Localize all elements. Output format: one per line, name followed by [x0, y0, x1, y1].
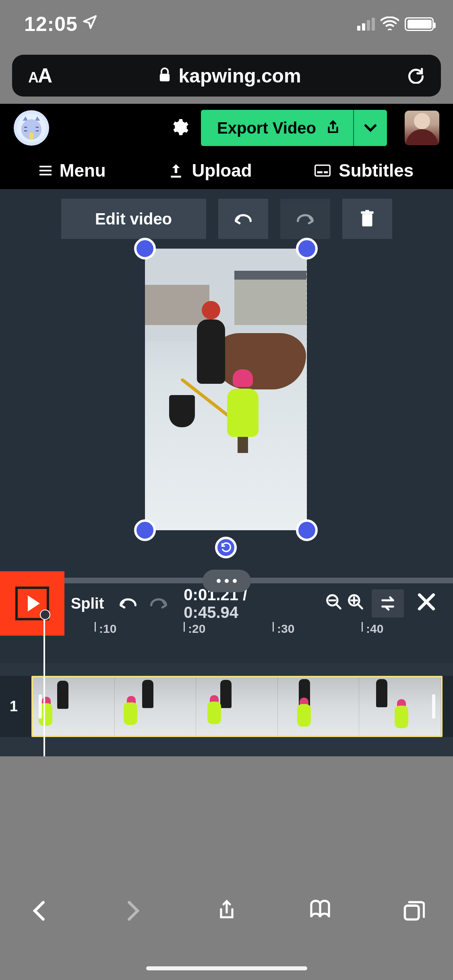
video-preview[interactable] [145, 249, 307, 530]
svg-rect-12 [405, 906, 418, 919]
share-up-icon [326, 120, 340, 136]
workspace-avatar[interactable] [14, 110, 49, 146]
timeline-ruler[interactable]: :10 :20 :30 :40 [64, 622, 453, 646]
url-text: kapwing.com [179, 65, 301, 87]
zoom-in-button[interactable] [347, 593, 364, 614]
video-clip[interactable] [31, 676, 443, 737]
playhead[interactable] [43, 616, 45, 756]
reload-button[interactable] [407, 66, 425, 85]
app-header: Export Video [0, 104, 453, 152]
address-bar[interactable]: AA kapwing.com [12, 55, 441, 97]
browser-toolbar [0, 879, 453, 980]
app-menubar: Menu Upload Subtitles [0, 152, 453, 189]
svg-rect-3 [29, 132, 34, 140]
wifi-icon [381, 16, 399, 32]
clip-trim-left[interactable] [39, 694, 42, 719]
forward-button[interactable] [122, 900, 144, 924]
fit-icon [379, 596, 397, 611]
status-time: 12:05 [24, 12, 78, 36]
zoom-out-button[interactable] [325, 593, 343, 614]
rotate-handle[interactable] [215, 537, 237, 558]
ruler-tick: :30 [273, 622, 294, 632]
close-timeline-button[interactable] [416, 591, 437, 616]
redo-button[interactable] [280, 199, 330, 239]
play-icon [28, 595, 40, 611]
text-size-button[interactable]: AA [28, 64, 52, 87]
battery-icon [405, 17, 434, 31]
location-icon [82, 14, 98, 34]
ruler-tick: :10 [95, 622, 116, 632]
canvas-area: Edit video Split [0, 189, 453, 756]
panel-drag-handle[interactable] [203, 570, 251, 592]
export-button[interactable]: Export Video [201, 110, 354, 146]
home-indicator[interactable] [146, 966, 307, 970]
edit-video-button[interactable]: Edit video [61, 199, 206, 239]
trash-icon [359, 210, 375, 228]
cellular-icon [357, 18, 375, 31]
track-area[interactable]: 1 [0, 663, 453, 756]
resize-handle-tr[interactable] [296, 238, 318, 259]
ruler-tick: :40 [362, 622, 383, 632]
zoom-in-icon [347, 593, 364, 611]
export-dropdown[interactable] [354, 110, 387, 146]
rotate-icon [220, 542, 232, 553]
fit-timeline-button[interactable] [372, 589, 404, 618]
resize-handle-tl[interactable] [134, 238, 156, 259]
track-row-label: 1 [10, 676, 18, 737]
svg-rect-6 [324, 171, 328, 173]
split-button[interactable]: Split [71, 595, 104, 612]
profile-avatar[interactable] [405, 111, 439, 145]
svg-rect-9 [365, 210, 369, 212]
settings-button[interactable] [170, 117, 189, 138]
chevron-left-icon [28, 900, 51, 922]
undo-button[interactable] [218, 199, 268, 239]
svg-rect-4 [315, 165, 330, 176]
menu-button[interactable]: Menu [39, 161, 106, 181]
resize-handle-br[interactable] [296, 519, 318, 541]
lock-icon [158, 65, 172, 87]
timeline-undo[interactable] [119, 595, 137, 613]
selection-box[interactable] [145, 249, 307, 530]
svg-rect-0 [159, 74, 169, 81]
clip-trim-right[interactable] [432, 694, 435, 719]
tabs-button[interactable] [402, 900, 425, 924]
upload-icon [168, 163, 184, 178]
export-label: Export Video [217, 119, 316, 137]
status-bar: 12:05 [0, 0, 453, 48]
undo-icon [234, 213, 252, 225]
book-icon [309, 900, 331, 922]
chevron-down-icon [363, 123, 378, 133]
subtitles-icon [314, 164, 331, 177]
tabs-icon [402, 900, 425, 922]
play-button[interactable] [0, 571, 64, 636]
bookmarks-button[interactable] [309, 900, 331, 924]
resize-handle-bl[interactable] [134, 519, 156, 541]
subtitles-button[interactable]: Subtitles [314, 161, 414, 181]
back-button[interactable] [28, 900, 51, 924]
timeline-redo[interactable] [150, 595, 168, 613]
svg-rect-7 [362, 214, 372, 226]
upload-button[interactable]: Upload [168, 161, 252, 181]
ruler-tick: :20 [184, 622, 205, 632]
share-button[interactable] [215, 900, 238, 924]
chevron-right-icon [122, 900, 144, 922]
hamburger-icon [39, 166, 52, 175]
share-icon [215, 900, 238, 922]
close-icon [416, 591, 437, 612]
delete-button[interactable] [342, 199, 392, 239]
redo-icon [296, 213, 314, 225]
edit-toolbar: Edit video [0, 189, 453, 239]
zoom-out-icon [325, 593, 343, 611]
svg-rect-5 [317, 171, 323, 173]
